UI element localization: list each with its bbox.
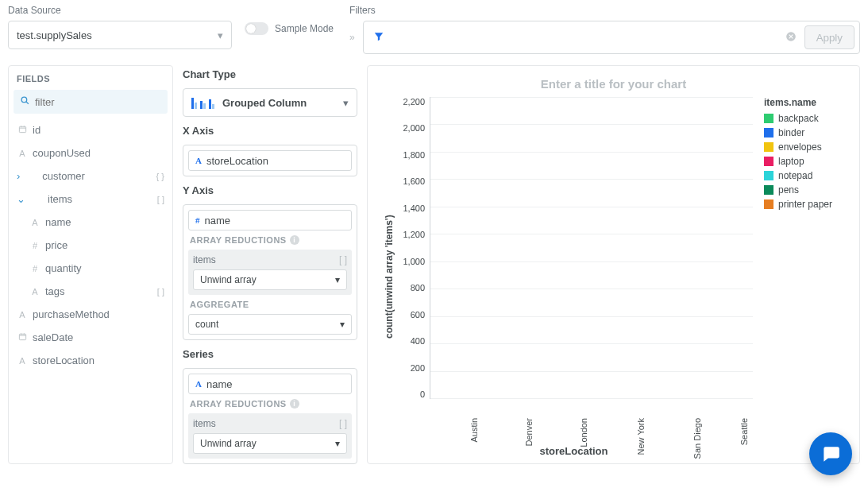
datasource-value: test.supplySales	[17, 29, 92, 41]
fields-filter-text[interactable]	[35, 96, 168, 108]
legend-item[interactable]: laptop	[764, 156, 848, 167]
ytick: 0	[420, 389, 425, 399]
field-label: purchaseMethod	[33, 308, 110, 320]
legend-label: notepad	[778, 170, 812, 181]
aggregate-select[interactable]: count▾	[188, 314, 352, 335]
field-label: quantity	[45, 262, 82, 274]
ytick: 600	[411, 310, 425, 320]
legend-item[interactable]: backpack	[764, 113, 848, 124]
legend-item[interactable]: pens	[764, 184, 848, 196]
xtick: San Diego	[645, 399, 699, 412]
number-type-icon: #	[195, 215, 200, 225]
array-reductions-label: ARRAY REDUCTIONS i	[188, 235, 352, 245]
ytick: 400	[411, 336, 425, 346]
info-icon[interactable]: i	[290, 235, 299, 245]
legend-swatch	[764, 128, 773, 137]
chart-type-select[interactable]: Grouped Column ▾	[183, 88, 357, 117]
series-dropzone[interactable]: A name ARRAY REDUCTIONS i items[ ] Unwin…	[183, 368, 357, 464]
array-icon: [ ]	[157, 195, 164, 204]
field-row-purchaseMethod[interactable]: ApurchaseMethod	[9, 303, 172, 326]
ytick: 1,200	[403, 230, 425, 239]
string-type-icon: A	[29, 218, 41, 227]
chart-ylabel: count(unwind array 'items')	[379, 97, 395, 457]
xaxis-label: X Axis	[183, 125, 357, 137]
double-chevron-icon: »	[349, 32, 355, 43]
field-row-customer[interactable]: customer{ }	[9, 165, 172, 188]
svg-rect-2	[19, 126, 25, 132]
legend-item[interactable]: envelopes	[764, 141, 848, 153]
chevron-down-icon: ▾	[335, 438, 340, 449]
object-icon: { }	[156, 172, 164, 181]
ytick: 800	[411, 283, 425, 292]
field-row-items[interactable]: items[ ]	[9, 188, 172, 211]
legend-item[interactable]: printer paper	[764, 199, 848, 210]
date-type-icon	[17, 125, 28, 135]
ytick: 2,000	[403, 123, 425, 133]
clear-filter-icon[interactable]	[785, 31, 797, 45]
filter-input[interactable]: Apply	[363, 21, 860, 54]
sample-mode-toggle[interactable]	[245, 22, 268, 35]
field-row-price[interactable]: #price	[9, 234, 172, 257]
series-field-name: name	[206, 378, 233, 390]
legend-swatch	[764, 171, 773, 180]
field-row-couponUsed[interactable]: AcouponUsed	[9, 141, 172, 165]
chart-title-placeholder[interactable]: Enter a title for your chart	[379, 77, 848, 91]
svg-rect-3	[19, 334, 25, 339]
xtick: London	[538, 399, 592, 412]
grouped-column-icon	[191, 96, 214, 109]
ytick: 1,400	[403, 203, 425, 213]
string-type-icon: A	[195, 156, 202, 165]
series-field-pill[interactable]: A name	[188, 374, 352, 394]
yaxis-field-name: name	[205, 215, 231, 227]
ytick: 200	[411, 363, 425, 373]
datasource-select[interactable]: test.supplySales ▾	[8, 21, 232, 49]
datasource-label: Data Source	[8, 5, 232, 16]
field-row-storeLocation[interactable]: AstoreLocation	[9, 349, 172, 372]
string-type-icon: A	[17, 310, 28, 320]
field-row-tags[interactable]: Atags[ ]	[9, 280, 172, 303]
legend-swatch	[764, 114, 773, 123]
series-array-reductions-label: ARRAY REDUCTIONS i	[188, 399, 352, 409]
series-reduction-select[interactable]: Unwind array▾	[193, 433, 347, 454]
field-row-id[interactable]: id	[9, 118, 172, 141]
xaxis-dropzone[interactable]: A storeLocation	[183, 145, 357, 176]
chat-icon	[820, 443, 841, 464]
chart-plot: 2,2002,0001,8001,6001,4001,2001,00080060…	[395, 97, 753, 399]
field-label: saleDate	[33, 331, 73, 343]
field-label: name	[45, 216, 71, 228]
field-label: customer	[42, 170, 84, 182]
legend-label: pens	[778, 184, 799, 196]
svg-point-1	[21, 97, 27, 103]
apply-button[interactable]: Apply	[804, 25, 854, 49]
field-row-saleDate[interactable]: saleDate	[9, 326, 172, 349]
info-icon[interactable]: i	[290, 399, 299, 409]
legend-item[interactable]: notepad	[764, 170, 848, 181]
fields-filter-input[interactable]	[14, 90, 168, 114]
fields-panel-title: FIELDS	[9, 72, 172, 90]
filters-label: Filters	[349, 5, 860, 16]
field-row-quantity[interactable]: #quantity	[9, 257, 172, 280]
legend-label: laptop	[778, 156, 804, 167]
yaxis-field-pill[interactable]: # name	[188, 210, 352, 230]
chart-panel: Enter a title for your chart count(unwin…	[367, 65, 860, 464]
yaxis-reduction-select[interactable]: Unwind array▾	[193, 269, 347, 290]
chat-fab-button[interactable]	[809, 432, 852, 475]
legend-label: envelopes	[778, 141, 822, 153]
field-row-name[interactable]: Aname	[9, 211, 172, 234]
legend-label: backpack	[778, 113, 819, 124]
yaxis-label: Y Axis	[183, 184, 357, 196]
aggregate-label: AGGREGATE	[188, 300, 352, 309]
legend-item[interactable]: binder	[764, 127, 848, 138]
legend-swatch	[764, 157, 773, 166]
string-type-icon: A	[195, 379, 202, 389]
sample-mode-label: Sample Mode	[275, 23, 334, 34]
string-type-icon: A	[29, 287, 41, 296]
field-label: tags	[45, 285, 65, 297]
chevron-down-icon: ▾	[343, 97, 349, 109]
xaxis-field-pill[interactable]: A storeLocation	[188, 150, 352, 171]
series-label: Series	[183, 348, 357, 360]
chevron-down-icon: ▾	[340, 319, 345, 330]
legend-swatch	[764, 199, 773, 209]
field-label: storeLocation	[33, 354, 95, 366]
yaxis-dropzone[interactable]: # name ARRAY REDUCTIONS i items[ ] Unwin…	[183, 204, 357, 340]
